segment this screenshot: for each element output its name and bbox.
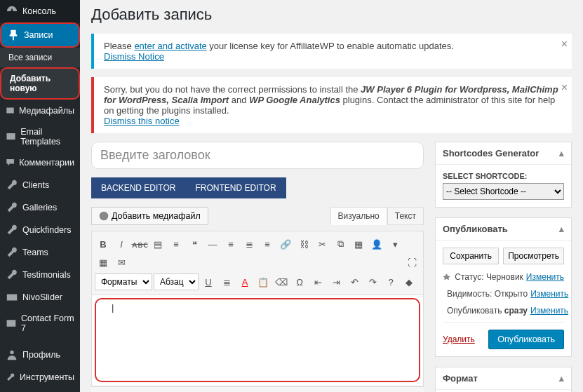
slider-icon — [6, 291, 18, 304]
sidebar-item-all[interactable]: Все записи — [0, 48, 80, 67]
sidebar-item-quickfinders[interactable]: Quickfinders — [0, 219, 80, 241]
permission-notice: × Sorry, but you do not have the correct… — [91, 77, 572, 133]
sidebar-item-testimonials[interactable]: Testimonials — [0, 264, 80, 286]
sidebar-item-teams[interactable]: Teams — [0, 241, 80, 264]
wrench-icon — [6, 201, 18, 214]
more-icon[interactable]: ✂ — [314, 236, 330, 252]
license-notice: × Please enter and activate your license… — [91, 34, 572, 69]
bold-icon[interactable]: B — [95, 236, 112, 252]
hr-icon[interactable]: ― — [204, 236, 221, 252]
close-icon[interactable]: × — [561, 81, 568, 94]
shortcodes-box: Shortcodes Generator▴ SELECT SHORTCODE: … — [435, 142, 572, 208]
editor-toolbar: B I ᴀʙᴄ ▤ ≡ ❝ ― ≡ ≣ ≡ 🔗 ⛓ ✂ ⧉ ▦ 👤 ▾ — [91, 231, 424, 295]
sidebar-item-clients[interactable]: Clients — [0, 174, 80, 196]
shortcode-icon[interactable]: ⧉ — [332, 236, 349, 252]
ul-icon[interactable]: ▤ — [149, 236, 166, 252]
textcolor-icon[interactable]: A — [236, 273, 253, 290]
fullscreen-icon[interactable]: ⛶ — [403, 254, 420, 271]
envelope-icon[interactable]: ✉ — [113, 254, 130, 271]
add-media-button[interactable]: Добавить медиафайл — [91, 207, 208, 225]
sidebar-item-galleries[interactable]: Galleries — [0, 196, 80, 219]
page-title: Добавить запись — [91, 6, 572, 24]
collapse-icon[interactable]: ▴ — [559, 224, 564, 234]
outdent-icon[interactable]: ⇤ — [309, 273, 326, 290]
word-count: Количество слов: 0 — [91, 386, 424, 392]
undo-icon[interactable]: ↶ — [346, 273, 363, 290]
sidebar-item-media[interactable]: Медиафайлы — [0, 100, 80, 122]
dismiss-license-link[interactable]: Dismiss Notice — [104, 51, 164, 62]
user-icon — [6, 349, 18, 361]
strike-icon[interactable]: ᴀʙᴄ — [131, 236, 148, 252]
sidebar-item-profile[interactable]: Профиль — [0, 344, 80, 366]
indent-icon[interactable]: ⇥ — [328, 273, 344, 290]
tab-visual[interactable]: Визуально — [330, 207, 387, 225]
form-icon[interactable]: ▾ — [387, 236, 403, 252]
publish-button[interactable]: Опубликовать — [488, 330, 564, 349]
svg-rect-0 — [7, 295, 17, 301]
comment-icon — [6, 156, 15, 169]
formats-select[interactable]: Форматы — [95, 273, 152, 290]
svg-point-1 — [10, 351, 13, 354]
frontend-editor-button[interactable]: FRONTEND EDITOR — [185, 177, 286, 198]
paragraph-select[interactable]: Абзац — [154, 273, 199, 290]
edit-visibility-link[interactable]: Изменить — [530, 289, 568, 299]
sidebar-item-comments[interactable]: Комментарии — [0, 151, 80, 174]
gallery-icon[interactable]: ▦ — [350, 236, 367, 252]
license-link[interactable]: enter and activate — [134, 41, 206, 51]
quote-icon[interactable]: ❝ — [186, 236, 203, 252]
clear-icon[interactable]: ⌫ — [273, 273, 290, 290]
vc-icon[interactable]: ◆ — [401, 273, 417, 290]
collapse-icon[interactable]: ▴ — [559, 148, 564, 158]
pin-icon — [7, 29, 20, 41]
wrench-icon — [6, 179, 18, 191]
wrench-icon — [6, 224, 18, 236]
help-icon[interactable]: ? — [382, 273, 399, 290]
user-icon[interactable]: 👤 — [368, 236, 385, 252]
close-icon[interactable]: × — [561, 38, 568, 50]
format-box: Формат▴ 📌Стандартный📝Заметка🖼Изображение… — [435, 367, 572, 392]
image-icon — [6, 104, 15, 117]
envelope-icon — [6, 130, 16, 143]
align-left-icon[interactable]: ≡ — [222, 236, 239, 252]
collapse-icon[interactable]: ▴ — [559, 373, 564, 384]
sidebar-item-console[interactable]: Консоль — [0, 0, 80, 22]
justify-icon[interactable]: ≣ — [218, 273, 235, 290]
sidebar-item-vc[interactable]: Visual Composer — [0, 388, 80, 392]
wrench-icon — [6, 371, 15, 384]
save-draft-button[interactable]: Сохранить — [443, 248, 499, 264]
unlink-icon[interactable]: ⛓ — [295, 236, 312, 252]
sidebar-item-nivo[interactable]: NivoSlider — [0, 286, 80, 309]
sidebar-item-cf7[interactable]: Contact Form 7 — [0, 309, 80, 338]
align-center-icon[interactable]: ≣ — [241, 236, 257, 252]
backend-editor-button[interactable]: BACKEND EDITOR — [91, 177, 185, 198]
main-content: Добавить запись × Please enter and activ… — [80, 0, 583, 392]
edit-schedule-link[interactable]: Изменить — [530, 306, 568, 316]
italic-icon[interactable]: I — [113, 236, 130, 252]
publish-box: Опубликовать▴ Сохранить Просмотреть Стат… — [435, 217, 572, 357]
redo-icon[interactable]: ↷ — [364, 273, 381, 290]
sidebar-item-new[interactable]: Добавить новую — [0, 67, 80, 100]
post-title-input[interactable] — [91, 142, 424, 169]
admin-sidebar: КонсольЗаписиВсе записиДобавить новуюМед… — [0, 0, 80, 392]
delete-link[interactable]: Удалить — [443, 334, 475, 344]
sidebar-item-posts[interactable]: Записи — [0, 22, 80, 48]
shortcode-select[interactable]: -- Select Shortcode -- — [443, 183, 564, 200]
char-icon[interactable]: Ω — [291, 273, 308, 290]
wrench-icon — [6, 269, 18, 281]
align-right-icon[interactable]: ≡ — [259, 236, 276, 252]
link-icon[interactable]: 🔗 — [277, 236, 294, 252]
gauge-icon — [6, 5, 18, 18]
edit-status-link[interactable]: Изменить — [526, 272, 564, 282]
sidebar-item-email[interactable]: Email Templates — [0, 122, 80, 151]
table-icon[interactable]: ▦ — [95, 254, 112, 271]
content-editor[interactable]: | — [91, 295, 424, 386]
sidebar-item-tools[interactable]: Инструменты — [0, 366, 80, 388]
underline-icon[interactable]: U — [200, 273, 217, 290]
ol-icon[interactable]: ≡ — [168, 236, 185, 252]
dismiss-perm-link[interactable]: Dismiss this notice — [104, 116, 180, 126]
paste-text-icon[interactable]: 📋 — [255, 273, 272, 290]
preview-button[interactable]: Просмотреть — [503, 248, 564, 264]
wrench-icon — [6, 246, 18, 259]
tab-text[interactable]: Текст — [387, 207, 424, 225]
envelope-icon — [6, 317, 17, 330]
